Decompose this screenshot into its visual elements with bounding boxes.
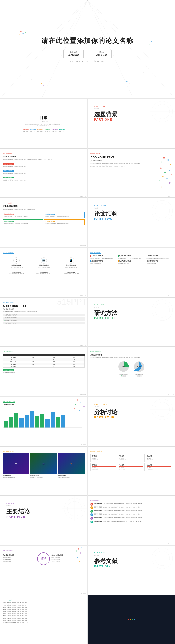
watermark: 515PPT — [80, 196, 86, 197]
svg-point-68 — [77, 399, 78, 400]
svg-rect-58 — [19, 418, 23, 428]
svg-rect-62 — [40, 414, 44, 428]
svg-point-91 — [82, 559, 83, 560]
slide-add-text: PART ONE 选题背景 ● ADD YOUR TEXT 点击此处添加标题 点… — [88, 148, 175, 198]
watermark8: 515PPT — [168, 394, 174, 396]
watermark9: 515PPT — [80, 444, 86, 445]
slide-part5-conclusion: PART FIVE 主要结论 ● 点击此处添加标题 点击此处添加内容 点击此处添… — [0, 546, 87, 595]
part1-title-en: PART ONE — [94, 118, 118, 121]
svg-rect-59 — [24, 415, 29, 428]
watermark5: 515PPT — [168, 295, 174, 296]
watermark2: 515PPT — [168, 196, 174, 197]
watermark12: 515PPT — [168, 543, 174, 544]
part1-part-label: PART ONE 选题背景 ● — [3, 153, 13, 154]
toc-item-4: 分析讨论 PART FOUR — [45, 129, 50, 132]
toc-item-2: 论文结构 PART TWO — [30, 129, 36, 132]
svg-point-36 — [171, 174, 172, 175]
toc-desc: 在这里可以填写论文摘要的内容，有利于他人快速了解该论文的主要研究内容，所以建议控… — [25, 124, 62, 126]
presented-by: PRESENTED BY OfficePLUS — [70, 60, 105, 62]
slide-title: 请在此位置添加你的论文名称 指导老师 John Doe 报告人 Jane Doe… — [0, 0, 175, 98]
svg-point-69 — [80, 402, 81, 402]
svg-rect-65 — [56, 417, 60, 428]
svg-point-35 — [164, 172, 166, 173]
slide-part5-section-title: PART FIVE 主要结论 主要结论 PART FIVE — [0, 496, 87, 545]
svg-point-38 — [167, 178, 168, 179]
part1-title-cn: 选题背景 — [94, 111, 118, 118]
svg-point-73 — [74, 408, 75, 409]
supervisor-name: John Doe — [68, 54, 79, 56]
watermark6: 515PPT — [80, 344, 86, 346]
toc-title-en: CONTENT — [39, 121, 49, 122]
slide-part2-section-title: PART TWO 论文结构 论文结构 PART TWO — [88, 198, 175, 247]
svg-rect-63 — [45, 419, 50, 428]
slide-part3-table: PART THREE 研究方法 ● TITLE NAME TITLE NAME … — [0, 347, 87, 396]
reporter-name: Jane Doe — [96, 54, 107, 56]
slide-part2-columns: PART TWO 论文结构 ● 点击此处添加标题 点击此处添加内容文字，请按照文… — [88, 248, 175, 297]
svg-point-34 — [169, 170, 170, 171]
svg-rect-57 — [14, 413, 18, 428]
svg-point-39 — [159, 180, 160, 181]
svg-point-42 — [162, 187, 163, 188]
svg-rect-55 — [4, 421, 8, 428]
svg-text:47%: 47% — [137, 366, 141, 368]
reporter-label: 报告人 — [96, 51, 107, 54]
svg-point-30 — [162, 162, 163, 163]
slide-part4-inputs: PART FOUR 分析讨论 ● 输入标题 输入标题 内容说明文字 输入标题 输… — [88, 446, 175, 496]
svg-rect-64 — [51, 412, 55, 428]
svg-point-37 — [163, 176, 164, 177]
slide-part5-list: PART FIVE 主要结论 ● 1 点击此处添加标题 点击此处添加文字内容，请… — [88, 496, 175, 545]
svg-rect-66 — [61, 415, 65, 428]
slide-toc: 目录 CONTENT 在这里可以填写论文摘要的内容，有利于他人快速了解该论文的主… — [0, 99, 87, 148]
slide-thankyou: ● ● ● ● — [88, 595, 175, 644]
svg-point-85 — [81, 548, 82, 548]
svg-point-92 — [79, 561, 80, 562]
toc-item-3: 研究方法 PART THREE — [37, 129, 43, 132]
svg-rect-60 — [30, 411, 34, 428]
svg-point-31 — [170, 164, 171, 165]
watermark14: 515PPT — [80, 642, 86, 644]
slide-part2-icons: PART TWO 论文结构 ● 🖥 点击此处添加标题 点击此处添加内容文字说明 … — [0, 248, 87, 297]
svg-text:26%: 26% — [122, 366, 125, 368]
svg-rect-61 — [35, 416, 39, 428]
slide-part1-boxes: PART ONE 选题背景 ● 点击此处添加标题 点击此处添加文字内容，请按照文… — [0, 198, 87, 247]
slide-part6-section-title: PART SIX 参考文献 参考文献 PART SIX — [88, 546, 175, 595]
slide-part4-section-title: PART FOUR 分析讨论 分析讨论 PART FOUR — [88, 397, 175, 446]
svg-point-28 — [163, 157, 165, 159]
svg-point-90 — [77, 557, 78, 558]
toc-item-1: 选题背景 PART ONE — [23, 129, 28, 132]
svg-point-40 — [169, 182, 171, 184]
slide-part4-images: PART FOUR 分析讨论 ● 🏙 点击此处添加标题 点击此处添加文字说明内容… — [0, 446, 87, 496]
watermark11: 515PPT — [168, 494, 174, 495]
watermark10: 515PPT — [80, 494, 86, 495]
slide-part3-charts: PART THREE 研究方法 ● 点击此处添加标题 点击此处添加文字内容，请按… — [88, 347, 175, 396]
svg-point-74 — [79, 410, 80, 411]
svg-point-84 — [78, 548, 79, 550]
watermark4: 515PPT — [80, 295, 86, 296]
slide-part3-section-title: PART THREE 研究方法 研究方法 PART THREE — [88, 298, 175, 346]
svg-point-86 — [76, 550, 77, 552]
slide-part3-addtext: PART TWO 论文结构 ● ADD YOUR TEXT 点击此处添加标题 点… — [0, 298, 87, 346]
toc-item-5: 主要结论 PART FIVE — [52, 129, 57, 132]
watermark13: 515PPT — [80, 593, 86, 594]
svg-point-71 — [82, 400, 83, 402]
toc-item-6: 参考文献 PART SIX — [59, 129, 65, 132]
svg-point-32 — [166, 166, 167, 167]
slide-part1-section-title: PART ONE 选题背景 选题背景 PART ONE — [88, 99, 175, 148]
watermark7: 515PPT — [80, 394, 86, 396]
svg-point-75 — [85, 412, 85, 413]
slide-part6-refs: PART SIX 参考文献 ● [1] 作者. 文章标题. 期刊名称，年份，卷（… — [0, 595, 87, 644]
svg-point-88 — [80, 552, 81, 554]
slide-part3-bars: PART THREE 研究方法 ● 点击此处添加标题 — [0, 397, 87, 446]
svg-point-41 — [164, 184, 165, 186]
svg-point-72 — [83, 406, 85, 407]
svg-point-87 — [84, 550, 84, 550]
slide-part1-content1: PART ONE 选题背景 ● 点击此处添加标题 点击此处添加文字内容，请按照文… — [0, 148, 87, 198]
toc-title: 目录 — [39, 115, 48, 120]
svg-point-33 — [160, 168, 162, 169]
svg-point-70 — [75, 404, 76, 405]
svg-point-29 — [168, 159, 169, 160]
watermark3: 515PPT — [80, 245, 86, 246]
svg-point-89 — [85, 555, 85, 556]
slide-title-text: 请在此位置添加你的论文名称 — [41, 36, 134, 46]
supervisor-label: 指导老师 — [68, 51, 79, 54]
